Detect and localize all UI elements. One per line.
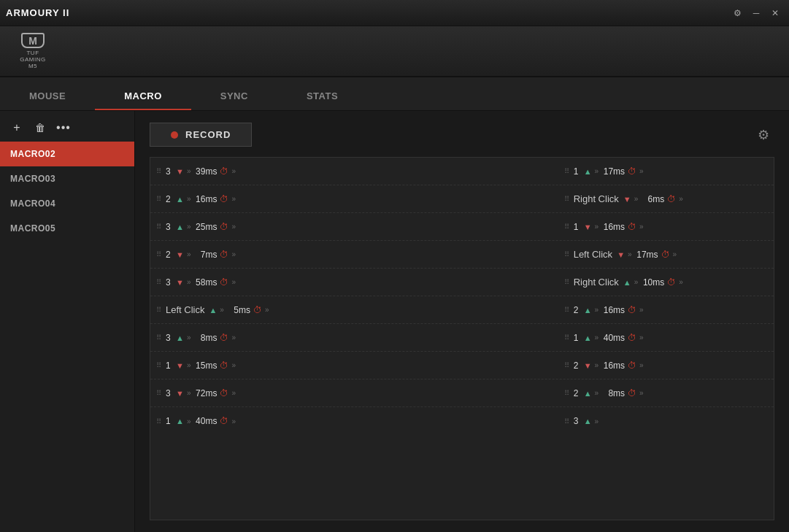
expand-icon[interactable] xyxy=(595,306,599,314)
tab-macro[interactable]: MACRO xyxy=(95,83,191,110)
drag-handle-icon[interactable] xyxy=(564,389,569,397)
expand-icon[interactable] xyxy=(595,167,599,175)
arrow-up-icon: ▲ xyxy=(176,417,184,425)
expand-icon[interactable] xyxy=(187,417,191,425)
time-expand-icon[interactable] xyxy=(231,250,236,258)
drag-handle-icon[interactable] xyxy=(156,278,161,286)
time-expand-icon[interactable] xyxy=(639,361,644,369)
time-expand-icon[interactable] xyxy=(231,417,236,425)
drag-handle-icon[interactable] xyxy=(156,361,161,369)
delete-macro-button[interactable]: 🗑 xyxy=(32,120,48,136)
expand-icon[interactable] xyxy=(628,250,632,258)
time-expand-icon[interactable] xyxy=(679,278,683,286)
macro-cell-half: Left Click▲5ms⏱ xyxy=(156,304,360,315)
expand-icon[interactable] xyxy=(595,223,599,231)
drag-handle-icon[interactable] xyxy=(564,167,569,175)
macro-cell-half: 2▲16ms⏱ xyxy=(564,305,768,315)
close-button[interactable]: ✕ xyxy=(767,5,783,21)
macro-cell-half: 3▼72ms⏱ xyxy=(156,388,360,398)
more-options-button[interactable]: ••• xyxy=(55,120,72,136)
tab-sync[interactable]: SYNC xyxy=(191,83,277,110)
table-row: 3▲25ms⏱1▼16ms⏱ xyxy=(150,213,774,241)
sidebar-item-macro05[interactable]: MACRO05 xyxy=(0,216,134,241)
time-expand-icon[interactable] xyxy=(231,195,236,203)
time-expand-icon[interactable] xyxy=(231,389,236,397)
time-expand-icon[interactable] xyxy=(639,334,644,342)
time-value: 15ms xyxy=(193,361,217,371)
time-expand-icon[interactable] xyxy=(231,167,236,175)
settings-button[interactable]: ⚙ xyxy=(729,5,745,21)
drag-handle-icon[interactable] xyxy=(156,167,161,175)
add-macro-button[interactable]: + xyxy=(9,120,25,136)
expand-icon[interactable] xyxy=(187,195,191,203)
macro-settings-button[interactable]: ⚙ xyxy=(753,124,774,146)
expand-icon[interactable] xyxy=(595,417,599,425)
time-expand-icon[interactable] xyxy=(639,306,644,314)
expand-icon[interactable] xyxy=(634,195,639,203)
expand-icon[interactable] xyxy=(595,334,599,342)
drag-handle-icon[interactable] xyxy=(564,334,569,342)
sidebar-item-macro03[interactable]: MACRO03 xyxy=(0,166,134,191)
time-expand-icon[interactable] xyxy=(673,250,677,258)
expand-icon[interactable] xyxy=(187,223,191,231)
expand-icon[interactable] xyxy=(187,167,191,175)
time-expand-icon[interactable] xyxy=(639,389,644,397)
drag-handle-icon[interactable] xyxy=(564,195,569,203)
time-expand-icon[interactable] xyxy=(679,195,683,203)
drag-handle-icon[interactable] xyxy=(156,417,161,425)
expand-icon[interactable] xyxy=(187,250,191,258)
drag-handle-icon[interactable] xyxy=(156,389,161,397)
time-expand-icon[interactable] xyxy=(231,278,236,286)
expand-icon[interactable] xyxy=(187,389,191,397)
time-expand-icon[interactable] xyxy=(231,334,236,342)
expand-icon[interactable] xyxy=(187,278,191,286)
drag-handle-icon[interactable] xyxy=(156,306,161,314)
key-label: 3 xyxy=(166,277,173,288)
sidebar-item-macro04[interactable]: MACRO04 xyxy=(0,191,134,216)
time-expand-icon[interactable] xyxy=(265,306,269,314)
time-expand-icon[interactable] xyxy=(231,223,236,231)
expand-icon[interactable] xyxy=(187,334,191,342)
expand-icon[interactable] xyxy=(220,306,224,314)
arrow-up-icon: ▲ xyxy=(584,306,592,315)
macro-table[interactable]: 3▼39ms⏱1▲17ms⏱2▲16ms⏱Right Click▼6ms⏱3▲2… xyxy=(150,157,774,520)
expand-icon[interactable] xyxy=(187,361,191,369)
expand-icon[interactable] xyxy=(595,361,599,369)
expand-icon[interactable] xyxy=(634,278,639,286)
drag-handle-icon[interactable] xyxy=(564,306,569,314)
macro-cell-half: 2▲16ms⏱ xyxy=(156,194,360,204)
macro-cell-half: 2▼7ms⏱ xyxy=(156,250,360,260)
time-expand-icon[interactable] xyxy=(639,167,644,175)
expand-icon[interactable] xyxy=(595,389,599,397)
sidebar-item-macro02[interactable]: MACRO02 xyxy=(0,142,134,166)
mouse-icon: Right Click xyxy=(574,277,619,288)
drag-handle-icon[interactable] xyxy=(564,417,569,425)
drag-handle-icon[interactable] xyxy=(564,361,569,369)
record-toolbar: RECORD ⚙ xyxy=(150,123,774,147)
key-label: 1 xyxy=(574,222,581,232)
drag-handle-icon[interactable] xyxy=(564,278,569,286)
clock-icon: ⏱ xyxy=(220,250,228,260)
time-value: 16ms xyxy=(601,361,625,371)
sidebar-toolbar: + 🗑 ••• xyxy=(0,117,134,142)
drag-handle-icon[interactable] xyxy=(156,195,161,203)
time-value: 10ms xyxy=(641,277,664,288)
content-area: RECORD ⚙ 3▼39ms⏱1▲17ms⏱2▲16ms⏱Right Clic… xyxy=(135,111,789,532)
drag-handle-icon[interactable] xyxy=(156,223,161,231)
minimize-button[interactable]: ─ xyxy=(748,5,764,21)
clock-icon: ⏱ xyxy=(661,250,670,260)
macro-cell-half: 2▼16ms⏱ xyxy=(564,361,768,371)
arrow-up-icon: ▲ xyxy=(176,223,184,231)
mouse-icon: Left Click xyxy=(574,249,612,260)
time-expand-icon[interactable] xyxy=(231,361,236,369)
drag-handle-icon[interactable] xyxy=(564,223,569,231)
drag-handle-icon[interactable] xyxy=(564,250,569,258)
drag-handle-icon[interactable] xyxy=(156,250,161,258)
tab-mouse[interactable]: MOUSE xyxy=(0,83,95,110)
drag-handle-icon[interactable] xyxy=(156,334,161,342)
time-expand-icon[interactable] xyxy=(639,223,644,231)
table-row: 1▲40ms⏱3▲ xyxy=(150,407,774,435)
key-label: 1 xyxy=(574,166,581,177)
tab-stats[interactable]: STATS xyxy=(277,83,367,110)
record-button[interactable]: RECORD xyxy=(150,123,252,147)
